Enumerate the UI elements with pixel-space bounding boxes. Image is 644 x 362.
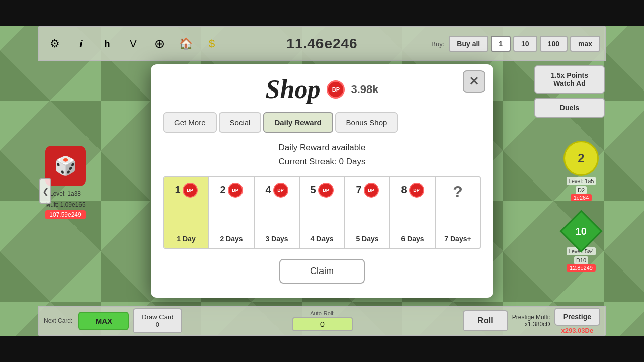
draw-card-count: 0 <box>156 321 159 328</box>
bp-balance: 3.98k <box>351 83 378 96</box>
draw-card-label: Draw Card <box>142 313 173 321</box>
top-bar <box>0 0 644 26</box>
prestige-multi-label: Prestige Multi: x1.380cD <box>512 314 550 328</box>
day-card-7[interactable]: ? 7 Days+ <box>436 177 480 248</box>
day-6-label: 6 Days <box>401 235 424 243</box>
prestige-button[interactable]: Prestige <box>554 308 600 326</box>
tab-daily-reward[interactable]: Daily Reward <box>263 112 333 133</box>
tab-bonus-shop[interactable]: Bonus Shop <box>335 112 398 133</box>
modal-overlay: Shop BP 3.98k ✕ Get More Social Daily Re… <box>38 26 606 336</box>
day-7-top: ? <box>453 183 463 201</box>
day-3-top: 4 BP <box>265 183 288 198</box>
day-5-bp-icon: BP <box>364 183 379 198</box>
day-card-6[interactable]: 8 BP 6 Days <box>390 177 436 248</box>
claim-button[interactable]: Claim <box>279 259 365 284</box>
tab-get-more[interactable]: Get More <box>163 112 217 133</box>
day-7-question: ? <box>453 183 463 201</box>
day-card-2[interactable]: 2 BP 2 Days <box>209 177 255 248</box>
day-3-number: 4 <box>265 184 271 196</box>
day-3-bp-icon: BP <box>273 183 288 198</box>
day-5-label: 5 Days <box>356 235 378 243</box>
reward-available-text: Daily Reward available <box>163 141 481 154</box>
roll-button[interactable]: Roll <box>463 310 508 331</box>
day-4-number: 5 <box>310 184 316 196</box>
day-6-top: 8 BP <box>401 183 424 198</box>
auto-roll-label: Auto Roll: <box>310 310 335 316</box>
day-6-number: 8 <box>401 184 407 196</box>
day-5-number: 7 <box>356 184 361 196</box>
day-3-label: 3 Days <box>265 235 288 243</box>
tab-social[interactable]: Social <box>219 112 262 133</box>
day-1-label: 1 Day <box>177 235 195 243</box>
day-1-number: 1 <box>175 184 180 196</box>
day-2-label: 2 Days <box>220 235 243 243</box>
day-6-bp-icon: BP <box>409 183 424 198</box>
day-1-bp-icon: BP <box>183 183 198 198</box>
days-grid: 1 BP 1 Day 2 BP 2 Days 4 BP 3 Days <box>163 176 481 249</box>
day-card-4[interactable]: 5 BP 4 Days <box>300 177 345 248</box>
modal-header: Shop BP 3.98k ✕ <box>163 74 481 104</box>
auto-roll-input[interactable] <box>292 317 353 331</box>
day-2-number: 2 <box>220 184 225 196</box>
day-2-top: 2 BP <box>220 183 243 198</box>
streak-text: Current Streak: 0 Days <box>163 155 481 168</box>
next-card-label: Next Card: <box>44 317 72 324</box>
nav-tabs: Get More Social Daily Reward Bonus Shop <box>163 112 481 133</box>
bp-coin-icon: BP <box>327 80 345 99</box>
bottom-toolbar: Next Card: MAX Draw Card 0 Auto Roll: Ro… <box>38 306 606 336</box>
day-7-label: 7 Days+ <box>444 235 471 243</box>
auto-roll-section: Auto Roll: <box>186 310 458 331</box>
prestige-section: Prestige Multi: x1.380cD <box>512 314 550 328</box>
day-4-top: 5 BP <box>310 183 333 198</box>
day-card-3[interactable]: 4 BP 3 Days <box>255 177 300 248</box>
shop-title: Shop <box>266 74 321 104</box>
day-5-top: 7 BP <box>356 183 378 198</box>
draw-card-button[interactable]: Draw Card 0 <box>133 308 182 333</box>
prestige-value: x293.03De <box>561 327 594 334</box>
bottom-bar-black <box>0 336 644 362</box>
day-2-bp-icon: BP <box>228 183 243 198</box>
day-4-bp-icon: BP <box>318 183 334 198</box>
reward-info: Daily Reward available Current Streak: 0… <box>163 141 481 168</box>
day-card-5[interactable]: 7 BP 5 Days <box>345 177 390 248</box>
day-4-label: 4 Days <box>310 235 333 243</box>
day-1-top: 1 BP <box>175 183 197 198</box>
shop-modal: Shop BP 3.98k ✕ Get More Social Daily Re… <box>151 64 493 297</box>
max-button[interactable]: MAX <box>78 312 129 330</box>
close-button[interactable]: ✕ <box>463 70 485 93</box>
day-card-1[interactable]: 1 BP 1 Day <box>164 177 209 248</box>
